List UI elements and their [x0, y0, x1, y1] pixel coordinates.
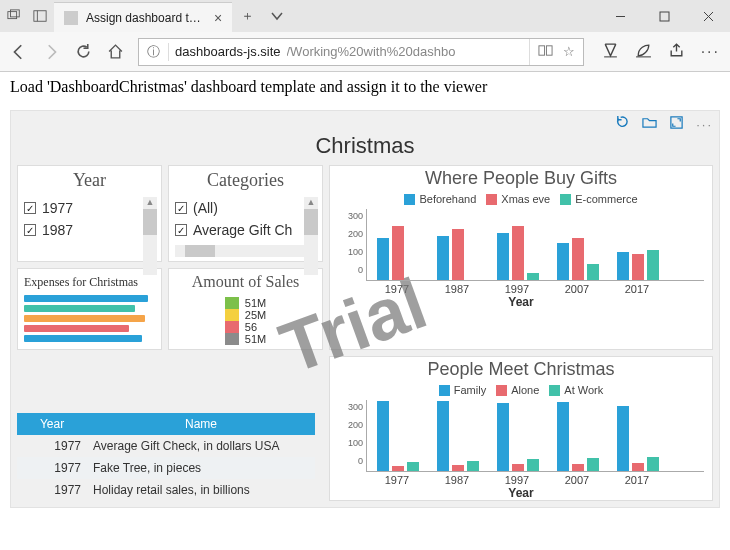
- scrollbar[interactable]: ▲: [143, 197, 157, 275]
- chart-bar: [437, 401, 449, 471]
- table-row[interactable]: 1977Fake Tree, in pieces: [17, 457, 315, 479]
- chart-bar-group: [497, 403, 539, 471]
- forward-button[interactable]: [42, 43, 60, 61]
- chart-xlabel: Year: [338, 295, 704, 309]
- reading-view-icon[interactable]: [538, 43, 553, 61]
- back-button[interactable]: [10, 43, 28, 61]
- chart-xtick: 1987: [436, 474, 478, 486]
- home-button[interactable]: [106, 43, 124, 61]
- svg-rect-8: [539, 45, 545, 54]
- chart-legend: BeforehandXmas eveE-commerce: [338, 193, 704, 205]
- year-filter-label: 1987: [42, 222, 73, 238]
- chart-bar: [647, 457, 659, 471]
- table-cell: 1977: [17, 479, 87, 501]
- chart-bar: [392, 466, 404, 471]
- chart-bar: [512, 226, 524, 280]
- close-tab-icon[interactable]: ×: [214, 10, 222, 26]
- tab-favicon: [64, 11, 78, 25]
- chart-xlabels: 19771987199720072017: [338, 283, 704, 295]
- chart-bar: [452, 229, 464, 280]
- open-dashboard-icon[interactable]: [642, 115, 657, 133]
- data-table: Year Name 1977Average Gift Check, in dol…: [17, 413, 315, 501]
- chart-title: Where People Buy Gifts: [338, 168, 704, 189]
- checkbox-icon[interactable]: ✓: [175, 224, 187, 236]
- chart-bar: [587, 264, 599, 280]
- url-path: /Working%20with%20dashbo: [287, 44, 456, 59]
- chart-bar: [512, 464, 524, 471]
- chart-title: People Meet Christmas: [338, 359, 704, 380]
- legend-item[interactable]: At Work: [549, 384, 603, 396]
- checkbox-icon[interactable]: ✓: [175, 202, 187, 214]
- chart-bar: [572, 238, 584, 280]
- table-row[interactable]: 1977Holiday retail sales, in billions: [17, 479, 315, 501]
- amount-label: 25M: [245, 309, 266, 321]
- checkbox-icon[interactable]: ✓: [24, 202, 36, 214]
- categories-filter-panel: Categories ✓ (All) ✓ Average Gift Ch ▲: [168, 165, 323, 262]
- chart-bar: [587, 458, 599, 471]
- chart-bar-group: [557, 402, 599, 471]
- categories-filter-label: (All): [193, 200, 218, 216]
- dashboard-toolbar: ···: [615, 115, 713, 133]
- year-filter-item[interactable]: ✓ 1977: [24, 197, 155, 219]
- fullscreen-icon[interactable]: [669, 115, 684, 133]
- chart-bar: [557, 402, 569, 471]
- chart-xtick: 1977: [376, 474, 418, 486]
- chart-bar: [437, 236, 449, 280]
- refresh-dashboard-icon[interactable]: [615, 115, 630, 133]
- site-info-icon[interactable]: ⓘ: [139, 43, 169, 61]
- year-filter-panel: Year ✓ 1977 ✓ 1987 ▲: [17, 165, 162, 262]
- svg-rect-5: [660, 12, 669, 21]
- table-cell: Fake Tree, in pieces: [87, 457, 315, 479]
- chart-bar: [377, 401, 389, 471]
- chart-bar: [617, 406, 629, 471]
- browser-tab[interactable]: Assign dashboard to the ×: [54, 2, 232, 32]
- close-window-button[interactable]: [686, 0, 730, 32]
- legend-item[interactable]: Alone: [496, 384, 539, 396]
- table-header[interactable]: Year: [17, 413, 87, 435]
- tab-dropdown-icon[interactable]: [262, 0, 292, 32]
- favorites-list-icon[interactable]: [602, 42, 619, 62]
- table-header[interactable]: Name: [87, 413, 315, 435]
- expenses-title: Expenses for Christmas: [24, 273, 155, 292]
- share-icon[interactable]: [668, 42, 685, 62]
- refresh-button[interactable]: [74, 43, 92, 61]
- svg-rect-1: [11, 10, 20, 17]
- scrollbar-horizontal[interactable]: [175, 245, 316, 257]
- chart-meet: People Meet Christmas FamilyAloneAt Work…: [329, 356, 713, 501]
- categories-filter-item[interactable]: ✓ Average Gift Ch: [175, 219, 316, 241]
- year-filter-item[interactable]: ✓ 1987: [24, 219, 155, 241]
- chart-xtick: 2007: [556, 283, 598, 295]
- legend-item[interactable]: Xmas eve: [486, 193, 550, 205]
- tab-aside-icon[interactable]: [32, 8, 48, 24]
- chart-bar-group: [437, 229, 479, 280]
- url-input[interactable]: ⓘ dashboards-js.site /Working%20with%20d…: [138, 38, 584, 66]
- table-cell: 1977: [17, 457, 87, 479]
- checkbox-icon[interactable]: ✓: [24, 224, 36, 236]
- chart-xtick: 1997: [496, 283, 538, 295]
- tab-preview-icon[interactable]: [6, 8, 22, 24]
- chart-xtick: 1997: [496, 474, 538, 486]
- more-icon[interactable]: ···: [701, 43, 720, 61]
- scrollbar[interactable]: ▲: [304, 197, 318, 275]
- tab-title: Assign dashboard to the: [86, 11, 206, 25]
- chart-bar: [392, 226, 404, 280]
- dashboard-menu-icon[interactable]: ···: [696, 117, 713, 132]
- legend-item[interactable]: E-commerce: [560, 193, 637, 205]
- amount-label: 51M: [245, 297, 266, 309]
- url-host: dashboards-js.site: [169, 44, 287, 59]
- dashboard-shell: ··· Christmas Trial Year ✓ 1977 ✓ 1987: [10, 110, 720, 508]
- minimize-button[interactable]: [598, 0, 642, 32]
- legend-item[interactable]: Beforehand: [404, 193, 476, 205]
- chart-bar-group: [617, 406, 659, 471]
- page-content: Load 'DashboardChristmas' dashboard temp…: [0, 72, 730, 514]
- table-row[interactable]: 1977Average Gift Check, in dollars USA: [17, 435, 315, 457]
- new-tab-button[interactable]: ＋: [232, 0, 262, 32]
- categories-filter-label: Average Gift Ch: [193, 222, 292, 238]
- chart-bar: [407, 462, 419, 471]
- dashboard-title: Christmas: [17, 133, 713, 159]
- favorite-icon[interactable]: ☆: [563, 44, 575, 59]
- maximize-button[interactable]: [642, 0, 686, 32]
- notes-icon[interactable]: [635, 42, 652, 62]
- categories-filter-item[interactable]: ✓ (All): [175, 197, 316, 219]
- legend-item[interactable]: Family: [439, 384, 486, 396]
